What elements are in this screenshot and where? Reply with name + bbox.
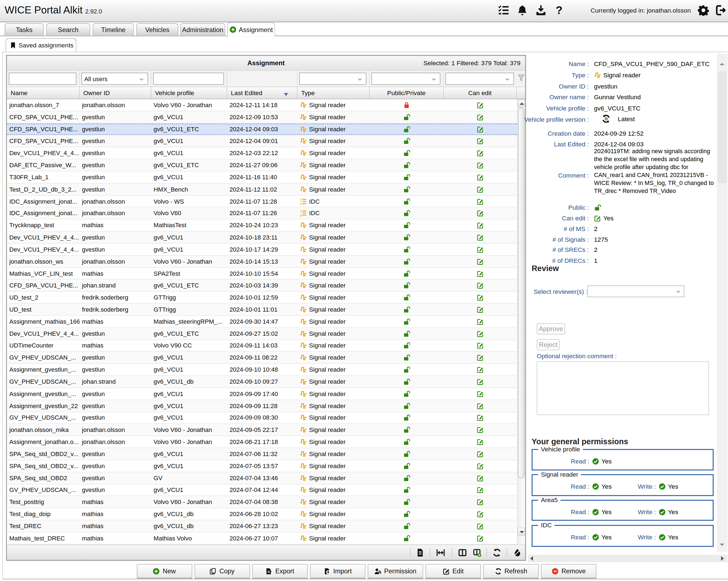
table-row[interactable]: Dev_VCU1_PHEV_4_4...gvestlungv6_VCU12024… bbox=[7, 244, 517, 256]
scroll-up-button[interactable] bbox=[518, 99, 525, 107]
scrollbar-thumb[interactable] bbox=[518, 108, 525, 479]
table-row[interactable]: Assignment_jonathan.o...jonathan.olssonV… bbox=[7, 436, 517, 448]
table-row[interactable]: T30FR_Lab_1gvestlungv6_VCU12024-11-16 11… bbox=[7, 171, 517, 183]
cell-can-edit[interactable] bbox=[444, 304, 517, 315]
table-row[interactable]: Test_posttrigmathiasVolvo V60 - Jonathan… bbox=[7, 496, 517, 508]
cell-can-edit[interactable] bbox=[444, 135, 517, 147]
arrow-down-icon[interactable] bbox=[720, 544, 724, 546]
table-row[interactable]: Test_DRECmathiasgv6_VCU1_db2024-06-27 13… bbox=[7, 520, 517, 532]
tab-assignment[interactable]: Assignment bbox=[227, 23, 275, 36]
cell-can-edit[interactable] bbox=[444, 472, 517, 484]
cell-can-edit[interactable] bbox=[444, 111, 517, 123]
settings-gear-icon[interactable] bbox=[698, 5, 709, 16]
page-vertical-scrollbar[interactable] bbox=[717, 53, 727, 552]
table-row[interactable]: Assignment_gvestlun_22gvestlungv6_VCU120… bbox=[7, 400, 517, 412]
arrow-left-icon[interactable] bbox=[530, 556, 533, 561]
table-row[interactable]: GV_PHEV_UDSCAN_...gvestlungv6_VCU12024-0… bbox=[7, 412, 517, 424]
arrow-up-icon[interactable] bbox=[720, 63, 724, 65]
permission-button[interactable]: Permission bbox=[368, 564, 423, 578]
table-row[interactable]: Tryckknapp_testmathiasMathiasTest2024-10… bbox=[7, 220, 517, 232]
cell-can-edit[interactable] bbox=[444, 268, 517, 279]
table-row[interactable]: Dev_VCU1_PHEV_4_4...gvestlungv6_VCU12024… bbox=[7, 147, 517, 159]
tab-tasks[interactable]: Tasks bbox=[5, 23, 44, 35]
cell-can-edit[interactable] bbox=[444, 292, 517, 303]
table-row[interactable]: SPA_Seq_std_OBD2_v...gvestlungv6_VCU1202… bbox=[7, 448, 517, 460]
export-document-icon[interactable] bbox=[416, 548, 424, 557]
download-icon[interactable] bbox=[536, 5, 547, 16]
page-horizontal-scrollbar[interactable] bbox=[528, 555, 727, 562]
column-header-public-private[interactable]: Public/Private bbox=[369, 87, 443, 99]
cell-can-edit[interactable] bbox=[444, 220, 517, 231]
reject-button[interactable]: Reject bbox=[537, 339, 560, 350]
refresh-latest-icon[interactable] bbox=[601, 114, 611, 123]
cell-can-edit[interactable] bbox=[444, 376, 517, 387]
copy-button[interactable]: Copy bbox=[194, 564, 250, 578]
cell-can-edit[interactable] bbox=[444, 340, 517, 351]
table-row[interactable]: Assignment_gvestlun_...gvestlungv6_VCU12… bbox=[7, 364, 517, 376]
table-row[interactable]: IDC_Assignment_jonat...jonathan.olssonVo… bbox=[7, 195, 517, 207]
help-icon[interactable]: ? bbox=[553, 5, 565, 16]
approve-button[interactable]: Approve bbox=[537, 323, 565, 335]
table-row[interactable]: Mathais_test_DRECmathiasMathias Volvo202… bbox=[7, 532, 517, 544]
table-row[interactable]: UDTimeCountermathiasVolvo V90 CC2024-09-… bbox=[7, 340, 517, 352]
cell-can-edit[interactable] bbox=[444, 484, 517, 496]
rejection-comment-textarea[interactable] bbox=[537, 361, 709, 415]
edit-button[interactable]: Edit bbox=[425, 564, 481, 578]
column-header-owner-id[interactable]: Owner ID bbox=[80, 87, 152, 99]
columns-add-icon[interactable] bbox=[473, 548, 482, 557]
table-row[interactable]: Dev_VCU1_PHEV_4_4...gvestlungv6_VCU12024… bbox=[7, 232, 517, 244]
cell-can-edit[interactable] bbox=[444, 412, 517, 423]
filter-funnel-icon[interactable] bbox=[518, 74, 524, 82]
refresh-button[interactable]: Refresh bbox=[483, 564, 539, 578]
filter-can-edit-select[interactable] bbox=[446, 73, 514, 85]
cell-can-edit[interactable] bbox=[444, 171, 517, 183]
cell-can-edit[interactable] bbox=[444, 159, 517, 171]
tab-saved-assignments[interactable]: Saved assignments bbox=[5, 38, 76, 52]
table-row[interactable]: IDC_Assignment_jonat...jonathan.olssonVo… bbox=[7, 207, 517, 220]
table-row[interactable]: jonathan.olsson_mikajonathan.olssonVolvo… bbox=[7, 424, 517, 436]
cell-can-edit[interactable] bbox=[444, 508, 517, 520]
table-row[interactable]: Test_D_2_UD_db_3_2...gvestlunHMX_Bench20… bbox=[7, 183, 517, 195]
scroll-down-button[interactable] bbox=[518, 528, 525, 536]
table-row[interactable]: CFD_SPA_VCU1_PHE...gvestlungv6_VCU12024-… bbox=[7, 135, 517, 147]
arrow-right-icon[interactable] bbox=[721, 556, 724, 561]
tab-search[interactable]: Search bbox=[46, 23, 90, 35]
filter-vehicle-profile-input[interactable] bbox=[153, 73, 224, 85]
scrollbar-thumb[interactable] bbox=[718, 71, 727, 183]
cell-can-edit[interactable] bbox=[444, 448, 517, 460]
cell-can-edit[interactable] bbox=[444, 147, 517, 159]
select-reviewers-dropdown[interactable] bbox=[588, 285, 684, 297]
cell-can-edit[interactable] bbox=[444, 364, 517, 376]
cell-can-edit[interactable] bbox=[444, 328, 517, 339]
column-header-can-edit[interactable]: Can edit bbox=[444, 87, 517, 99]
cell-can-edit[interactable] bbox=[444, 99, 517, 111]
filter-type-select[interactable] bbox=[300, 73, 366, 85]
table-row[interactable]: Test_diag_doipmathiasgv6_VCU1_db2024-06-… bbox=[7, 508, 517, 521]
cell-can-edit[interactable] bbox=[444, 256, 517, 267]
new-button[interactable]: New bbox=[137, 564, 192, 578]
table-row[interactable]: jonathan.olsson_wsjonathan.olssonVolvo V… bbox=[7, 256, 517, 268]
refresh-table-icon[interactable] bbox=[492, 548, 501, 557]
cell-can-edit[interactable] bbox=[444, 280, 517, 291]
table-row[interactable]: SPA_Seq_std_OBD2gvestlunGV2024-07-04 13:… bbox=[7, 472, 517, 484]
cell-can-edit[interactable] bbox=[444, 244, 517, 255]
cell-can-edit[interactable] bbox=[444, 424, 517, 435]
cell-can-edit[interactable] bbox=[444, 532, 517, 544]
cell-can-edit[interactable] bbox=[444, 352, 517, 363]
column-width-icon[interactable] bbox=[436, 548, 445, 557]
table-vertical-scrollbar[interactable] bbox=[517, 99, 525, 545]
filter-name-input[interactable] bbox=[9, 73, 76, 85]
tab-timeline[interactable]: Timeline bbox=[93, 23, 134, 35]
cell-can-edit[interactable] bbox=[444, 232, 517, 243]
column-header-last-edited[interactable]: Last Edited bbox=[227, 87, 297, 99]
cell-can-edit[interactable] bbox=[444, 520, 517, 532]
table-row[interactable]: GV_PHEV_UDSCAN_...gvestlungv6_VCU12024-0… bbox=[7, 352, 517, 364]
export-button[interactable]: Export bbox=[252, 564, 308, 578]
table-row[interactable]: UD_testfredrik.soderbergGTTrigg2024-10-0… bbox=[7, 304, 517, 316]
column-header-vehicle-profile[interactable]: Vehicle profile bbox=[151, 87, 227, 99]
table-row[interactable]: CFD_SPA_VCU1_PHE...johan.strandgv6_VCU1_… bbox=[7, 280, 517, 292]
cell-can-edit[interactable] bbox=[444, 400, 517, 411]
filter-public-private-select[interactable] bbox=[371, 73, 440, 85]
table-row[interactable]: Assignment_mathias_166mathiasMathias_ste… bbox=[7, 316, 517, 328]
cell-can-edit[interactable] bbox=[444, 496, 517, 508]
